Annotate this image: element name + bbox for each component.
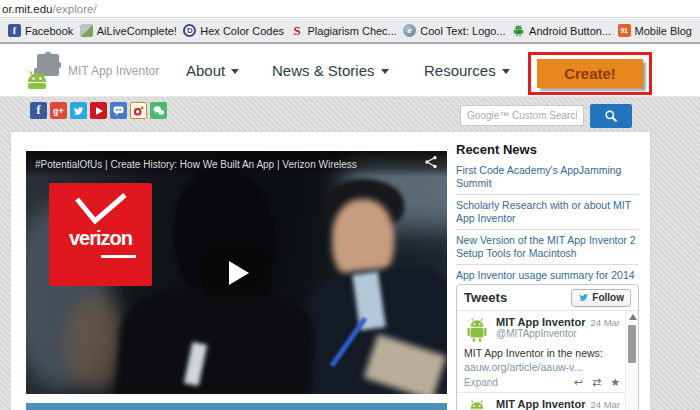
nav-label: Resources <box>424 62 496 79</box>
follow-button[interactable]: Follow <box>571 289 631 307</box>
bookmark-cool-text[interactable]: e Cool Text: Logo... <box>403 24 505 37</box>
red-highlight-annotation: Create! <box>528 52 652 95</box>
bookmark-mobile-blog[interactable]: 91 Mobile Blog <box>618 24 692 37</box>
tweet-link[interactable]: aauw.org/article/aauw-v... <box>464 361 582 373</box>
magnifier-icon <box>604 109 618 123</box>
weibo-icon[interactable] <box>130 102 147 119</box>
tweet-handle[interactable]: @MITAppInventor <box>496 328 620 339</box>
news-link[interactable]: Scholarly Research with or about MIT App… <box>456 195 639 230</box>
bookmarks-bar: f Facebook AiLiveComplete! D Hex Color C… <box>0 19 700 44</box>
chevron-down-icon <box>231 69 239 74</box>
google-plus-icon[interactable]: g+ <box>50 102 67 119</box>
scrollbar-thumb[interactable] <box>628 325 636 363</box>
hex-color-codes-icon: D <box>183 24 196 37</box>
follow-label: Follow <box>592 292 624 303</box>
nav-resources[interactable]: Resources <box>424 62 510 79</box>
news-link[interactable]: New Version of the MIT App Inventor 2 Se… <box>456 230 639 265</box>
video-title[interactable]: #PotentialOfUs | Create History: How We … <box>35 159 418 170</box>
twitter-icon[interactable] <box>70 102 87 119</box>
bookmark-label: Android Button... <box>529 25 611 37</box>
cool-text-icon: e <box>403 24 416 37</box>
tweet-header: MIT App Inventor @MITAppInventor 24 Mar <box>464 398 620 410</box>
search-button[interactable] <box>590 104 632 128</box>
android-icon <box>512 24 525 37</box>
tweet-date[interactable]: 24 Mar <box>590 317 620 328</box>
verizon-logo-text: verizon <box>49 227 152 250</box>
webpage: MIT App Inventor About News & Stories Re… <box>0 46 700 410</box>
bookmark-hex-color-codes[interactable]: D Hex Color Codes <box>183 24 284 37</box>
verizon-check-icon <box>73 193 131 225</box>
tweets-list: MIT App Inventor @MITAppInventor 24 Mar … <box>457 311 638 410</box>
bookmark-label: AiLiveComplete! <box>97 25 177 37</box>
verizon-underline <box>101 255 136 258</box>
bottom-blue-bar <box>26 403 447 410</box>
bookmark-plagiarism-checker[interactable]: S Plagiarism Chec... <box>291 24 397 37</box>
tweets-header: Tweets Follow <box>457 285 638 311</box>
site-header: MIT App Inventor About News & Stories Re… <box>0 46 700 97</box>
chevron-down-icon <box>381 69 389 74</box>
url-host: or.mit.edu <box>2 3 53 15</box>
create-button[interactable]: Create! <box>537 59 643 88</box>
tweet-item[interactable]: MIT App Inventor @MITAppInventor 24 Mar … <box>457 311 638 393</box>
bookmark-label: Cool Text: Logo... <box>420 25 505 37</box>
social-icons-row: f g+ <box>30 102 167 119</box>
bookmark-label: Facebook <box>25 25 73 37</box>
plagiarism-checker-icon: S <box>291 24 304 37</box>
app-inventor-logo-icon[interactable] <box>24 51 64 91</box>
scroll-up-arrow-icon[interactable] <box>629 314 637 320</box>
android-avatar-icon <box>464 399 490 410</box>
nav-label: News & Stories <box>272 62 375 79</box>
tweet-footer: Expand ↩ ⇄ ★ <box>464 377 620 388</box>
url-path: /explore/ <box>53 3 97 15</box>
tweet-actions: ↩ ⇄ ★ <box>574 377 620 388</box>
news-link[interactable]: First Code Academy's AppJamming Summit <box>456 160 639 195</box>
share-icon[interactable] <box>424 155 438 173</box>
bookmark-facebook[interactable]: f Facebook <box>8 24 73 37</box>
bookmark-ailivecomplete[interactable]: AiLiveComplete! <box>80 24 177 37</box>
twitter-bird-icon <box>578 293 589 302</box>
retweet-icon[interactable]: ⇄ <box>592 377 601 388</box>
play-button[interactable] <box>202 249 272 297</box>
mobile-blog-icon: 91 <box>618 24 631 37</box>
video-player[interactable]: #PotentialOfUs | Create History: How We … <box>26 151 447 394</box>
tweet-date[interactable]: 24 Mar <box>590 399 620 410</box>
facebook-icon: f <box>8 24 21 37</box>
tweets-title: Tweets <box>464 290 507 305</box>
play-icon <box>229 261 249 285</box>
nav-label: About <box>186 62 225 79</box>
wechat-icon[interactable] <box>150 102 167 119</box>
tweet-text: MIT App Inventor in the news: aauw.org/a… <box>464 346 620 374</box>
bookmark-label: Hex Color Codes <box>200 25 284 37</box>
tweets-scrollbar[interactable] <box>625 311 638 410</box>
brand-title: MIT App Inventor <box>68 64 159 78</box>
chevron-down-icon <box>502 69 510 74</box>
recent-news-section: Recent News First Code Academy's AppJamm… <box>456 142 639 304</box>
ailivecomplete-icon <box>80 24 93 37</box>
bookmark-android-button[interactable]: Android Button... <box>512 24 611 37</box>
bookmark-label: Mobile Blog <box>635 25 692 37</box>
person-silhouette-body <box>114 282 318 394</box>
play-glyph <box>96 107 103 115</box>
expand-link[interactable]: Expand <box>464 377 498 388</box>
facebook-icon[interactable]: f <box>30 102 47 119</box>
tweets-widget: Tweets Follow MIT App Inventor @MITA <box>456 284 639 410</box>
reply-icon[interactable]: ↩ <box>574 377 583 388</box>
android-avatar-icon <box>464 317 490 343</box>
recent-news-title: Recent News <box>456 142 639 157</box>
browser-window: or.mit.edu/explore/ f Facebook AiLiveCom… <box>0 0 700 410</box>
search-input[interactable] <box>460 105 584 126</box>
tweet-item[interactable]: MIT App Inventor @MITAppInventor 24 Mar … <box>457 393 638 410</box>
content-card: #PotentialOfUs | Create History: How We … <box>10 131 651 410</box>
nav-about[interactable]: About <box>186 62 239 79</box>
verizon-logo: verizon <box>49 183 152 286</box>
tweet-header: MIT App Inventor @MITAppInventor 24 Mar <box>464 316 620 344</box>
google-groups-icon[interactable] <box>110 102 127 119</box>
nav-news-stories[interactable]: News & Stories <box>272 62 389 79</box>
browser-address-bar[interactable]: or.mit.edu/explore/ <box>0 0 700 18</box>
bookmark-label: Plagiarism Chec... <box>308 25 397 37</box>
youtube-icon[interactable] <box>90 102 107 119</box>
video-title-bar: #PotentialOfUs | Create History: How We … <box>26 151 447 177</box>
favorite-icon[interactable]: ★ <box>610 377 620 388</box>
